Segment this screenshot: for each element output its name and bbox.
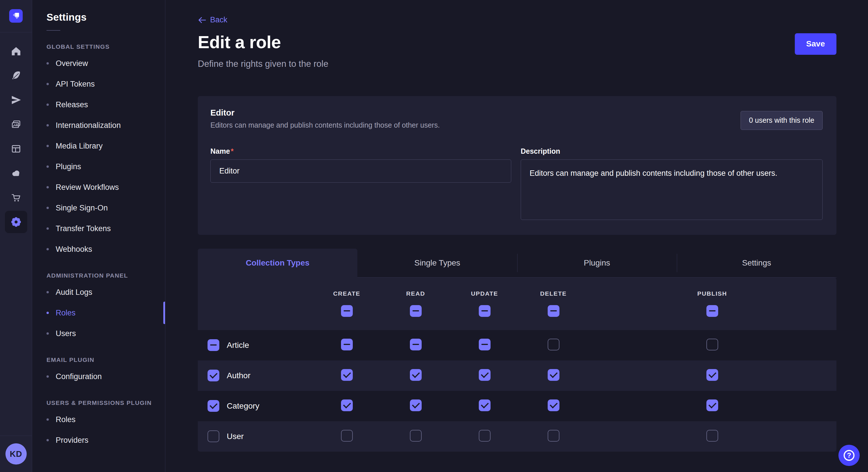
- category-delete-checkbox[interactable]: [548, 400, 559, 411]
- permission-row-user: User: [198, 421, 836, 452]
- author-publish-checkbox[interactable]: [706, 369, 718, 381]
- article-delete-checkbox[interactable]: [548, 339, 559, 350]
- app-root: KD Settings GLOBAL SETTINGS Overview API…: [0, 0, 868, 472]
- bullet-icon: [46, 62, 49, 65]
- user-delete-checkbox[interactable]: [548, 430, 559, 442]
- paper-plane-icon: [10, 94, 22, 106]
- column-header-delete: DELETE: [540, 290, 567, 297]
- author-update-checkbox[interactable]: [479, 369, 491, 381]
- icon-rail: KD: [0, 0, 32, 472]
- row-checkbox-author[interactable]: [208, 370, 219, 381]
- permissions-tabbar: Collection Types Single Types Plugins Se…: [198, 248, 836, 278]
- users-with-role-button[interactable]: 0 users with this role: [741, 111, 823, 130]
- media-library-icon: [10, 119, 22, 131]
- article-read-checkbox[interactable]: [410, 339, 422, 350]
- bullet-icon: [46, 332, 49, 335]
- rail-item-home[interactable]: [9, 44, 23, 58]
- arrow-left-icon: [198, 16, 206, 24]
- category-update-checkbox[interactable]: [479, 400, 491, 411]
- select-all-delete-checkbox[interactable]: [548, 305, 559, 317]
- tab-settings[interactable]: Settings: [677, 248, 836, 278]
- user-update-checkbox[interactable]: [479, 430, 491, 442]
- rail-item-release[interactable]: [9, 93, 23, 107]
- author-create-checkbox[interactable]: [341, 369, 353, 381]
- description-textarea[interactable]: Editors can manage and publish contents …: [521, 160, 823, 220]
- column-header-publish: PUBLISH: [697, 290, 727, 297]
- section-label-email-plugin: EMAIL PLUGIN: [46, 357, 165, 363]
- sidebar-item-audit-logs[interactable]: Audit Logs: [46, 282, 165, 303]
- title-underline: [46, 30, 60, 31]
- article-update-checkbox[interactable]: [479, 339, 491, 350]
- back-link[interactable]: Back: [198, 15, 227, 24]
- sidebar-item-overview[interactable]: Overview: [46, 53, 165, 74]
- main-content: Back Edit a role Save Define the rights …: [165, 0, 868, 472]
- row-checkbox-category[interactable]: [208, 400, 219, 412]
- section-label-global-settings: GLOBAL SETTINGS: [46, 43, 165, 50]
- row-checkbox-user[interactable]: [208, 430, 219, 442]
- permission-row-article: Article: [198, 330, 836, 361]
- sidebar-item-email-configuration[interactable]: Configuration: [46, 366, 165, 387]
- category-publish-checkbox[interactable]: [706, 400, 718, 411]
- description-field-group: Description Editors can manage and publi…: [521, 147, 823, 221]
- bullet-icon: [46, 227, 49, 230]
- category-read-checkbox[interactable]: [410, 400, 422, 411]
- author-delete-checkbox[interactable]: [548, 369, 559, 381]
- sidebar-item-api-tokens[interactable]: API Tokens: [46, 74, 165, 94]
- author-read-checkbox[interactable]: [410, 369, 422, 381]
- rail-item-settings[interactable]: [5, 211, 27, 233]
- sidebar-item-single-sign-on[interactable]: Single Sign-On: [46, 198, 165, 218]
- select-all-update-checkbox[interactable]: [479, 305, 491, 317]
- sidebar-item-review-workflows[interactable]: Review Workflows: [46, 177, 165, 198]
- sidebar-item-up-roles[interactable]: Roles: [46, 409, 165, 430]
- permissions-table-header: CREATE READ UPDATE DELETE PUBLISH: [198, 278, 836, 330]
- rail-item-media[interactable]: [9, 117, 23, 131]
- row-checkbox-article[interactable]: [208, 339, 219, 351]
- tab-single-types[interactable]: Single Types: [358, 248, 517, 278]
- sidebar-item-releases[interactable]: Releases: [46, 94, 165, 115]
- select-all-read-checkbox[interactable]: [410, 305, 422, 317]
- name-field-label: Name*: [210, 147, 511, 156]
- rail-item-content[interactable]: [9, 69, 23, 82]
- avatar[interactable]: KD: [5, 443, 27, 465]
- rail-item-content-type-builder[interactable]: [9, 142, 23, 156]
- article-publish-checkbox[interactable]: [706, 339, 718, 350]
- user-publish-checkbox[interactable]: [706, 430, 718, 442]
- category-create-checkbox[interactable]: [341, 400, 353, 411]
- cloud-icon: [10, 167, 22, 179]
- sidebar-item-media-library[interactable]: Media Library: [46, 136, 165, 156]
- tab-plugins[interactable]: Plugins: [517, 248, 677, 278]
- sidebar-item-transfer-tokens[interactable]: Transfer Tokens: [46, 218, 165, 239]
- sidebar-item-up-providers[interactable]: Providers: [46, 430, 165, 450]
- save-button[interactable]: Save: [795, 33, 836, 55]
- select-all-create-checkbox[interactable]: [341, 305, 353, 317]
- bullet-icon: [46, 83, 49, 85]
- sidebar-item-webhooks[interactable]: Webhooks: [46, 239, 165, 260]
- strapi-logo-icon: [9, 9, 23, 23]
- column-header-update: UPDATE: [471, 290, 498, 297]
- permissions-section: Collection Types Single Types Plugins Se…: [198, 248, 836, 452]
- article-create-checkbox[interactable]: [341, 339, 353, 350]
- help-button[interactable]: ?: [838, 445, 860, 466]
- bullet-icon: [46, 145, 49, 147]
- strapi-logo[interactable]: [9, 9, 23, 23]
- tab-collection-types[interactable]: Collection Types: [198, 248, 358, 278]
- sidebar-item-admin-users[interactable]: Users: [46, 323, 165, 344]
- select-all-publish-checkbox[interactable]: [706, 305, 718, 317]
- name-input[interactable]: [210, 160, 511, 183]
- rail-item-deploy[interactable]: [9, 166, 23, 180]
- bullet-icon: [46, 291, 49, 293]
- bullet-icon: [46, 186, 49, 189]
- settings-sidebar: Settings GLOBAL SETTINGS Overview API To…: [32, 0, 165, 472]
- sidebar-item-plugins[interactable]: Plugins: [46, 156, 165, 177]
- page-title: Edit a role: [198, 32, 281, 52]
- user-create-checkbox[interactable]: [341, 430, 353, 442]
- bullet-icon: [46, 207, 49, 209]
- user-read-checkbox[interactable]: [410, 430, 422, 442]
- page-subtitle: Define the rights given to the role: [198, 59, 836, 69]
- feather-icon: [10, 70, 22, 82]
- rail-item-marketplace[interactable]: [9, 191, 23, 204]
- sidebar-title: Settings: [46, 11, 165, 23]
- active-item-indicator: [163, 302, 165, 324]
- sidebar-item-internationalization[interactable]: Internationalization: [46, 115, 165, 136]
- sidebar-item-admin-roles[interactable]: Roles: [46, 303, 165, 323]
